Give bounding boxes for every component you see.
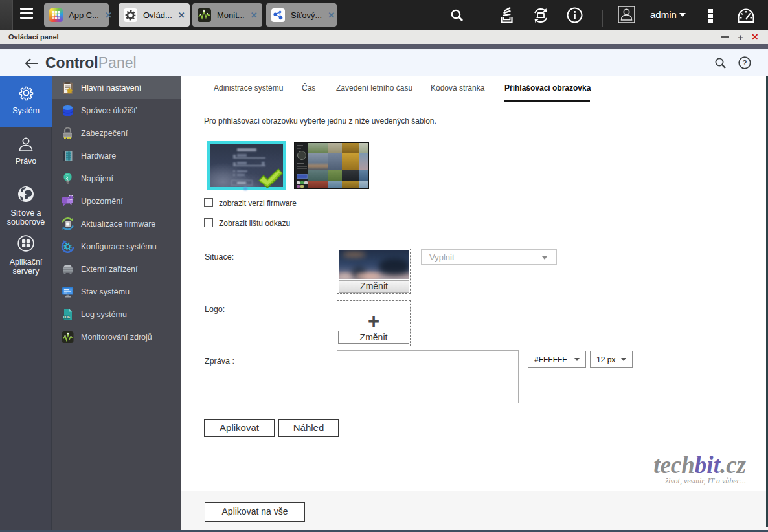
svg-text:?: ?	[742, 59, 747, 67]
svg-text:LOG: LOG	[63, 316, 70, 319]
